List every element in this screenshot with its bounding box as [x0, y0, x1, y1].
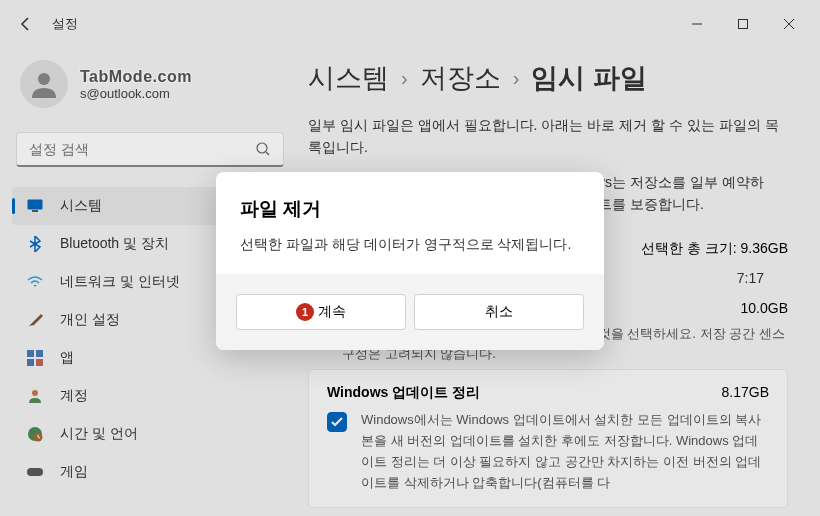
cancel-label: 취소 — [485, 303, 513, 321]
dialog-overlay: 파일 제거 선택한 파일과 해당 데이터가 영구적으로 삭제됩니다. 1 계속 … — [0, 0, 820, 516]
cancel-button[interactable]: 취소 — [414, 294, 584, 330]
continue-button[interactable]: 1 계속 — [236, 294, 406, 330]
continue-label: 계속 — [318, 303, 346, 321]
annotation-badge: 1 — [296, 303, 314, 321]
confirm-dialog: 파일 제거 선택한 파일과 해당 데이터가 영구적으로 삭제됩니다. 1 계속 … — [216, 172, 604, 350]
dialog-message: 선택한 파일과 해당 데이터가 영구적으로 삭제됩니다. — [240, 236, 580, 254]
dialog-title: 파일 제거 — [240, 196, 580, 222]
